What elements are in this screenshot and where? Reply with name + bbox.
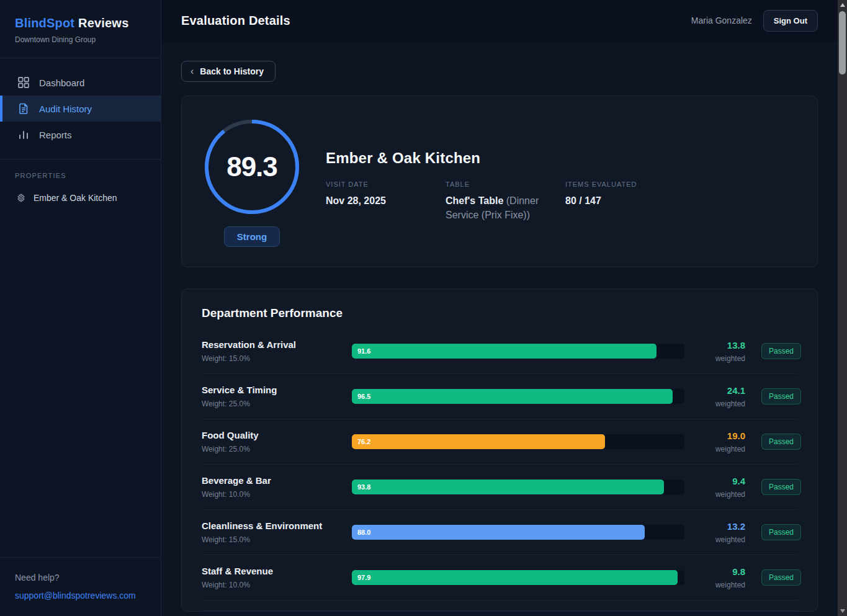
status-cell: Passed (761, 343, 797, 359)
department-name: Service & Timing (202, 385, 336, 395)
chevron-left-icon: ‹ (190, 66, 194, 76)
weighted-label: weighted (701, 400, 745, 408)
department-row: Reservation & Arrival Weight: 15.0% 91.6… (202, 329, 797, 374)
department-name: Beverage & Bar (202, 475, 336, 486)
weighted-cell: 13.2 weighted (701, 521, 745, 544)
table-label: TABLE (446, 181, 565, 188)
score-bar-value: 97.9 (357, 574, 370, 581)
score-bar-value: 76.2 (357, 438, 370, 445)
sidebar-item-property-ember-oak[interactable]: Ember & Oak Kitchen (0, 188, 161, 208)
scrollbar-up-button[interactable] (838, 0, 847, 10)
arrow-up-icon (840, 3, 845, 7)
sidebar-item-audit-history[interactable]: Audit History (0, 96, 161, 122)
row-label-cell: Food Quality Weight: 25.0% (202, 430, 336, 453)
visit-date-field: VISIT DATE Nov 28, 2025 (326, 181, 446, 222)
row-label-cell: Service & Timing Weight: 25.0% (202, 385, 336, 408)
weighted-label: weighted (701, 354, 745, 363)
department-weight: Weight: 15.0% (202, 354, 336, 363)
status-cell: Passed (761, 479, 797, 495)
status-badge: Passed (761, 434, 801, 450)
score-ring-column: 89.3 Strong (202, 117, 302, 247)
score-bar-fill: 96.5 (352, 389, 673, 404)
sidebar-nav: Dashboard Audit History (0, 58, 161, 159)
scrollbar-down-button[interactable] (838, 606, 847, 616)
properties-section: PROPERTIES Ember & Oak Kitchen (0, 159, 161, 220)
status-cell: Passed (761, 569, 797, 586)
department-weight: Weight: 15.0% (202, 535, 336, 544)
status-cell: Passed (761, 388, 797, 404)
department-name: Food Quality (202, 430, 336, 440)
department-rows: Reservation & Arrival Weight: 15.0% 91.6… (202, 329, 797, 600)
bar-chart-icon (17, 128, 30, 141)
sidebar-item-dashboard[interactable]: Dashboard (0, 69, 161, 96)
score-bar-fill: 93.8 (352, 480, 664, 494)
weighted-value: 24.1 (701, 385, 745, 396)
support-email-link[interactable]: support@blindspotreviews.com (15, 591, 136, 600)
row-label-cell: Reservation & Arrival Weight: 15.0% (202, 339, 336, 363)
table-value-primary: Chef's Table (446, 195, 503, 206)
row-label-cell: Beverage & Bar Weight: 10.0% (202, 475, 336, 499)
department-performance-card: Department Performance Reservation & Arr… (181, 288, 818, 612)
visit-date-value: Nov 28, 2025 (326, 194, 431, 208)
detail-grid: VISIT DATE Nov 28, 2025 TABLE Chef's Tab… (326, 181, 685, 222)
app-window: BlindSpot Reviews Downtown Dining Group … (0, 0, 838, 616)
score-bar-track: 91.6 (352, 344, 684, 359)
department-name: Reservation & Arrival (202, 339, 336, 350)
weighted-label: weighted (701, 581, 745, 589)
properties-heading: PROPERTIES (0, 172, 161, 179)
weighted-value: 13.8 (701, 340, 745, 350)
department-row: Cleanliness & Environment Weight: 15.0% … (202, 510, 797, 555)
weighted-value: 9.8 (701, 566, 745, 577)
weighted-cell: 13.8 weighted (701, 340, 745, 363)
sidebar-item-label: Dashboard (39, 78, 84, 88)
sidebar-item-label: Audit History (39, 104, 92, 114)
score-details: Ember & Oak Kitchen VISIT DATE Nov 28, 2… (326, 117, 685, 247)
weighted-value: 9.4 (701, 476, 745, 486)
top-bar: Evaluation Details Maria Gonzalez Sign O… (161, 0, 838, 41)
score-bar-fill: 76.2 (352, 434, 605, 449)
brand-name-secondary: Reviews (78, 16, 128, 30)
sign-out-button[interactable]: Sign Out (763, 10, 818, 32)
items-evaluated-label: ITEMS EVALUATED (565, 181, 685, 188)
brand-name: BlindSpot Reviews (15, 16, 146, 30)
status-badge: Passed (761, 479, 801, 495)
department-performance-title: Department Performance (202, 306, 797, 320)
scrollbar-thumb[interactable] (839, 11, 846, 74)
restaurant-name: Ember & Oak Kitchen (326, 150, 685, 167)
status-cell: Passed (761, 524, 797, 540)
department-row: Beverage & Bar Weight: 10.0% 93.8 9.4 we… (202, 465, 797, 510)
overall-score: 89.3 (202, 117, 302, 216)
score-bar-track: 93.8 (352, 480, 684, 494)
arrow-down-icon (840, 609, 845, 613)
department-weight: Weight: 25.0% (202, 445, 336, 453)
score-bar-value: 88.0 (357, 529, 370, 536)
department-name: Staff & Revenue (202, 566, 336, 576)
brand-subtitle: Downtown Dining Group (15, 35, 146, 44)
score-bar-track: 88.0 (352, 525, 684, 540)
weighted-value: 13.2 (701, 521, 745, 532)
items-evaluated-value: 80 / 147 (565, 194, 671, 208)
score-ring: 89.3 (202, 117, 302, 216)
sidebar-item-reports[interactable]: Reports (0, 122, 161, 148)
page-title: Evaluation Details (181, 14, 290, 28)
score-summary-card: 89.3 Strong Ember & Oak Kitchen VISIT DA… (181, 96, 818, 267)
grid-icon (17, 76, 30, 89)
table-value: Chef's Table (Dinner Service (Prix Fixe)… (446, 194, 551, 222)
department-weight: Weight: 10.0% (202, 581, 336, 589)
weighted-label: weighted (701, 490, 745, 499)
brand-block: BlindSpot Reviews Downtown Dining Group (0, 0, 161, 58)
score-bar-value: 93.8 (357, 483, 370, 491)
row-label-cell: Cleanliness & Environment Weight: 15.0% (202, 520, 336, 544)
vertical-scrollbar[interactable] (838, 0, 847, 616)
back-button-label: Back to History (200, 66, 264, 76)
property-label: Ember & Oak Kitchen (34, 193, 117, 203)
weighted-cell: 9.4 weighted (701, 476, 745, 499)
content-area: ‹ Back to History 89.3 Strong Emb (161, 41, 838, 616)
help-title: Need help? (15, 573, 146, 583)
score-bar-fill: 88.0 (352, 525, 645, 540)
document-icon (17, 102, 30, 115)
score-bar-value: 96.5 (357, 393, 370, 400)
gear-icon (16, 193, 26, 203)
department-weight: Weight: 10.0% (202, 490, 336, 499)
back-to-history-button[interactable]: ‹ Back to History (181, 61, 276, 82)
